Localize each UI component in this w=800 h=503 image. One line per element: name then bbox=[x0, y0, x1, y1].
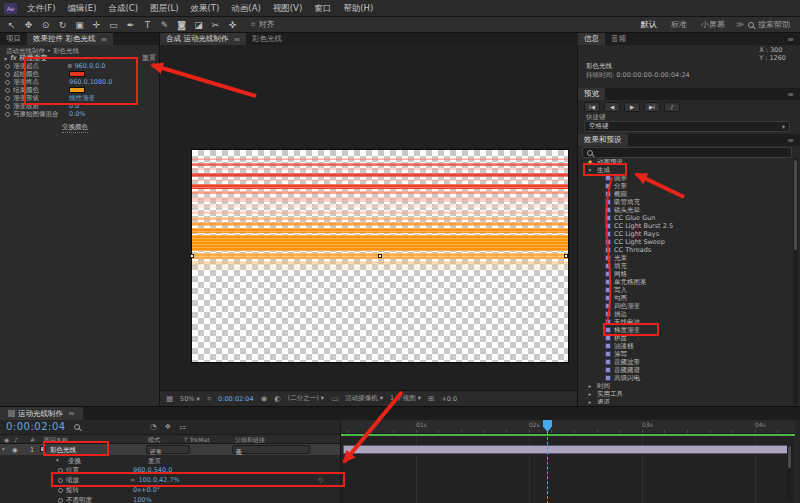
exposure-value[interactable]: +0.0 bbox=[441, 395, 457, 403]
keyframe-diamond-icon[interactable]: ◇ bbox=[318, 476, 323, 484]
layer-handle[interactable] bbox=[190, 254, 194, 258]
effects-list-item[interactable]: 描边 bbox=[578, 310, 793, 318]
property-value[interactable]: 960.0,0.0 bbox=[74, 62, 105, 70]
tool-icon[interactable]: ✂ bbox=[207, 18, 224, 32]
snapshot-icon[interactable]: ◉ bbox=[261, 394, 268, 403]
property-value[interactable]: 100.0,42.7% bbox=[138, 476, 179, 484]
tool-icon[interactable]: T bbox=[139, 18, 156, 32]
effects-list-item[interactable]: 高级闪电 bbox=[578, 374, 793, 382]
twirl-icon[interactable]: ▾ bbox=[586, 167, 594, 173]
timeline-scrollbar[interactable] bbox=[787, 444, 792, 502]
effects-list-item[interactable]: CC Threads bbox=[578, 246, 793, 254]
tab-composition[interactable]: 合成 运动光线制作 ≡ bbox=[160, 33, 246, 45]
stopwatch-icon[interactable] bbox=[5, 80, 10, 85]
timeline-toggle-icon[interactable]: ⚏ bbox=[179, 422, 186, 431]
layer-name[interactable]: 彩色光线 bbox=[50, 446, 76, 455]
twirl-icon[interactable]: ✱ bbox=[586, 159, 594, 165]
grid-icon[interactable]: ⊞ bbox=[428, 394, 434, 403]
tab-timeline-comp[interactable]: 运动光线制作 ≡ bbox=[0, 407, 83, 420]
color-swatch[interactable] bbox=[69, 87, 85, 93]
layer-handle[interactable] bbox=[378, 254, 382, 258]
transform-group-row[interactable]: ▾ 变换 重置 bbox=[0, 455, 340, 465]
tool-icon[interactable]: ▭ bbox=[105, 18, 122, 32]
effects-list-item[interactable]: 镜头光晕 bbox=[578, 206, 793, 214]
effects-list-item[interactable]: 网格 bbox=[578, 270, 793, 278]
time-ruler[interactable]: 01s02s03s04s bbox=[341, 420, 795, 434]
layer-handle[interactable] bbox=[564, 254, 568, 258]
effects-list-item[interactable]: ▸ 通道 bbox=[578, 398, 793, 404]
stopwatch-icon[interactable] bbox=[5, 104, 10, 109]
stopwatch-icon[interactable] bbox=[5, 96, 10, 101]
camera-select[interactable]: 活动摄像机 ▾ bbox=[345, 394, 383, 403]
zoom-select[interactable]: 50% ▾ bbox=[180, 395, 200, 403]
color-swatch[interactable] bbox=[69, 71, 85, 77]
stopwatch-icon[interactable] bbox=[5, 112, 10, 117]
menu-item[interactable]: 合成(C) bbox=[103, 0, 145, 16]
timeline-property-row[interactable]: 不透明度 100% bbox=[0, 495, 340, 503]
tab-project[interactable]: 项目 bbox=[0, 33, 27, 45]
effects-list-item[interactable]: 圆形 bbox=[578, 174, 793, 182]
tool-icon[interactable]: ◪ bbox=[190, 18, 207, 32]
timeline-toggle-icon[interactable]: ◔ bbox=[150, 422, 157, 431]
blend-mode-dropdown[interactable]: 正常 ▾ bbox=[146, 445, 190, 454]
tab-layer-viewer[interactable]: 彩色光线 bbox=[246, 33, 288, 45]
help-search[interactable]: 搜索帮助 bbox=[748, 19, 790, 30]
menu-item[interactable]: 效果(T) bbox=[185, 0, 226, 16]
effects-list-item[interactable]: 勾画 bbox=[578, 294, 793, 302]
timeline-track-area[interactable]: 01s02s03s04s bbox=[340, 420, 794, 503]
effects-list-item[interactable]: 吸管填充 bbox=[578, 198, 793, 206]
stopwatch-icon[interactable] bbox=[58, 468, 63, 473]
effects-list-item[interactable]: 写入 bbox=[578, 286, 793, 294]
menu-item[interactable]: 帮助(H) bbox=[337, 0, 379, 16]
property-value[interactable]: 0x+0.0° bbox=[133, 486, 160, 494]
effects-list-item[interactable]: 单元格图案 bbox=[578, 278, 793, 286]
property-value[interactable]: 0.0% bbox=[69, 110, 86, 118]
menu-item[interactable]: 窗口 bbox=[308, 0, 337, 16]
workspace-tab[interactable]: 小屏幕 bbox=[694, 19, 732, 30]
tab-effect-controls[interactable]: 效果控件 彩色光线 ≡ bbox=[27, 33, 113, 45]
effects-list-item[interactable]: 棋盘 bbox=[578, 334, 793, 342]
effects-list-item[interactable]: CC Light Burst 2.5 bbox=[578, 222, 793, 230]
tool-icon[interactable]: ✥ bbox=[20, 18, 37, 32]
tool-icon[interactable]: ✒ bbox=[122, 18, 139, 32]
workspace-overflow-button[interactable]: ≫ bbox=[732, 20, 748, 29]
eye-icon[interactable]: ◉ bbox=[12, 446, 18, 454]
panel-menu-icon[interactable]: ≡ bbox=[233, 35, 240, 44]
stopwatch-icon[interactable] bbox=[58, 488, 63, 493]
effects-list-item[interactable]: 填充 bbox=[578, 262, 793, 270]
effects-list-item[interactable]: 光束 bbox=[578, 254, 793, 262]
workspace-tab[interactable]: 默认 bbox=[634, 19, 664, 30]
layer-duration-bar[interactable] bbox=[343, 445, 789, 454]
label-color-swatch[interactable] bbox=[40, 446, 46, 452]
effects-list-item[interactable]: 梯度渐变 bbox=[578, 326, 793, 334]
menu-item[interactable]: 编辑(E) bbox=[62, 0, 103, 16]
effects-list-item[interactable]: ▾ 生成 bbox=[578, 166, 793, 174]
tab-audio[interactable]: 音频 bbox=[605, 33, 632, 45]
effects-list-item[interactable]: CC Light Rays bbox=[578, 230, 793, 238]
panel-menu-icon[interactable]: ≡ bbox=[100, 35, 107, 44]
effects-list-item[interactable]: 椭圆 bbox=[578, 190, 793, 198]
timeline-search-icon[interactable] bbox=[74, 424, 80, 430]
transport-button[interactable]: ◀ bbox=[604, 102, 620, 112]
tab-effects-presets[interactable]: 效果和预设 bbox=[578, 134, 628, 146]
transport-button[interactable]: ▶I bbox=[644, 102, 660, 112]
tool-icon[interactable]: ▣ bbox=[71, 18, 88, 32]
twirl-icon[interactable]: ▸ bbox=[586, 399, 594, 404]
timeline-toggle-icon[interactable]: ❖ bbox=[165, 422, 172, 431]
stopwatch-icon[interactable] bbox=[5, 72, 10, 77]
effects-search-input[interactable] bbox=[582, 147, 792, 158]
menu-item[interactable]: 动画(A) bbox=[225, 0, 266, 16]
transport-button[interactable]: ▶ bbox=[624, 102, 640, 112]
roi-icon[interactable]: ▭ bbox=[331, 394, 338, 403]
effects-list-item[interactable]: 音频频谱 bbox=[578, 366, 793, 374]
effects-scrollbar[interactable] bbox=[793, 158, 798, 404]
crosshair-icon[interactable]: ⊕ bbox=[67, 62, 72, 70]
tool-icon[interactable]: ✎ bbox=[156, 18, 173, 32]
viewer-timecode[interactable]: 0:00:02:04 bbox=[218, 395, 254, 403]
timeline-layer-row[interactable]: ▾ ◉ 1 彩色光线 正常 ▾ ◎ 无 ▾ bbox=[0, 444, 340, 455]
menu-item[interactable]: 视图(V) bbox=[267, 0, 308, 16]
menu-item[interactable]: 图层(L) bbox=[144, 0, 184, 16]
effects-list-item[interactable]: ✱ 动画预设 bbox=[578, 158, 793, 166]
property-value[interactable]: 960.0,1080.0 bbox=[69, 78, 112, 86]
resolution-select[interactable]: (二分之一) ▾ bbox=[288, 394, 324, 403]
